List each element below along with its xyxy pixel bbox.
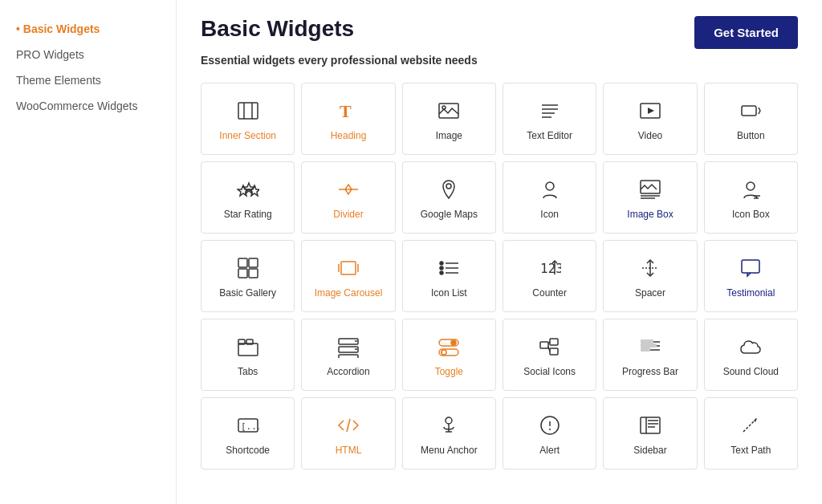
accordion-icon (337, 334, 360, 360)
widget-basic-gallery[interactable]: Basic Gallery (201, 240, 295, 312)
text-path-label: Text Path (730, 445, 771, 457)
svg-point-75 (549, 429, 551, 430)
widget-text-path[interactable]: Text Path (704, 397, 798, 469)
svg-marker-81 (754, 418, 757, 422)
svg-rect-12 (742, 106, 756, 116)
widget-button[interactable]: Button (704, 83, 798, 155)
image-icon (437, 98, 460, 124)
subtitle-rest: widgets every professional website needs (250, 54, 477, 67)
svg-rect-59 (550, 339, 558, 345)
google-maps-label: Google Maps (421, 209, 478, 222)
widget-icon-box[interactable]: Icon Box (704, 161, 798, 234)
sidebar-item-basic-widgets[interactable]: Basic Widgets (16, 16, 176, 42)
spacer-icon (639, 255, 661, 281)
widget-google-maps[interactable]: Google Maps (402, 161, 496, 234)
alert-label: Alert (539, 445, 560, 457)
widget-sidebar[interactable]: Sidebar (603, 397, 697, 469)
widget-tabs[interactable]: Tabs (201, 319, 295, 391)
widget-spacer[interactable]: Spacer (603, 240, 697, 312)
svg-point-53 (451, 340, 456, 345)
accordion-label: Accordion (327, 366, 369, 379)
icon-widget-icon (539, 177, 561, 202)
text-editor-icon (539, 98, 561, 124)
svg-rect-43 (742, 260, 759, 273)
svg-point-37 (440, 271, 443, 274)
divider-icon (337, 177, 360, 202)
svg-rect-67 (641, 343, 657, 348)
widget-shortcode[interactable]: [...] Shortcode (201, 397, 295, 469)
tabs-label: Tabs (238, 366, 258, 379)
widget-video[interactable]: Video (603, 83, 697, 155)
star-rating-label: Star Rating (224, 209, 272, 222)
sidebar-item-pro-widgets[interactable]: PRO Widgets (16, 42, 176, 67)
text-editor-label: Text Editor (527, 130, 572, 143)
sidebar-item-woocommerce-widgets[interactable]: WooCommerce Widgets (16, 93, 176, 119)
shortcode-label: Shortcode (226, 445, 270, 457)
svg-rect-58 (540, 342, 548, 348)
svg-point-35 (440, 266, 443, 270)
html-icon (337, 413, 360, 438)
icon-box-label: Icon Box (732, 209, 770, 222)
widget-image-carousel[interactable]: Image Carousel (301, 240, 395, 312)
svg-rect-27 (249, 258, 258, 267)
svg-rect-68 (641, 348, 650, 352)
icon-label: Icon (540, 209, 559, 222)
svg-line-62 (548, 347, 550, 352)
progress-bar-label: Progress Bar (622, 366, 678, 379)
widget-progress-bar[interactable]: Progress Bar (603, 319, 697, 391)
svg-rect-76 (641, 417, 660, 433)
counter-label: Counter (532, 287, 567, 300)
svg-rect-60 (550, 348, 558, 355)
widget-heading[interactable]: T Heading (301, 83, 395, 155)
widget-icon[interactable]: Icon (503, 161, 596, 234)
heading-label: Heading (331, 130, 367, 143)
heading-icon: T (337, 98, 360, 124)
widget-icon-list[interactable]: Icon List (402, 240, 496, 312)
widget-social-icons[interactable]: Social Icons (503, 319, 596, 391)
widget-divider[interactable]: Divider (301, 161, 395, 234)
widget-accordion[interactable]: Accordion (301, 319, 395, 391)
widget-image[interactable]: Image (402, 83, 496, 155)
testimonial-icon (739, 255, 762, 281)
sound-cloud-icon (739, 334, 762, 360)
widget-grid: Inner Section T Heading Image Text Edito… (201, 83, 798, 469)
tabs-icon (237, 334, 259, 360)
svg-rect-51 (339, 355, 358, 358)
widget-alert[interactable]: Alert (503, 397, 596, 469)
image-box-icon (639, 177, 661, 202)
social-icons-label: Social Icons (523, 366, 576, 379)
widget-menu-anchor[interactable]: Menu Anchor (402, 397, 496, 469)
svg-rect-30 (341, 262, 356, 274)
widget-star-rating[interactable]: Star Rating (201, 161, 295, 234)
page-title: Basic Widgets (201, 16, 354, 42)
widget-html[interactable]: HTML (301, 397, 395, 469)
menu-anchor-label: Menu Anchor (421, 445, 478, 457)
svg-text:[...]: [...] (241, 421, 259, 432)
widget-sound-cloud[interactable]: Sound Cloud (704, 319, 798, 391)
testimonial-label: Testimonial (726, 287, 775, 300)
widget-inner-section[interactable]: Inner Section (201, 83, 295, 155)
html-label: HTML (336, 445, 362, 457)
social-icons-icon (539, 334, 561, 360)
widget-counter[interactable]: 123 Counter (503, 240, 596, 312)
toggle-label: Toggle (435, 366, 463, 379)
icon-list-icon (437, 255, 460, 281)
shortcode-icon: [...] (237, 413, 259, 438)
widget-testimonial[interactable]: Testimonial (704, 240, 798, 312)
main-content: Basic Widgets Get Started Essential widg… (177, 0, 822, 504)
svg-point-55 (442, 350, 446, 355)
video-label: Video (638, 130, 662, 143)
get-started-button[interactable]: Get Started (694, 16, 798, 49)
basic-gallery-icon (237, 255, 259, 281)
svg-text:123: 123 (540, 261, 561, 276)
widget-text-editor[interactable]: Text Editor (503, 83, 596, 155)
text-path-icon (739, 413, 762, 438)
sidebar-widget-icon (639, 413, 661, 438)
widget-toggle[interactable]: Toggle (402, 319, 496, 391)
widget-image-box[interactable]: Image Box (603, 161, 697, 234)
svg-rect-0 (238, 103, 258, 119)
sidebar-item-theme-elements[interactable]: Theme Elements (16, 67, 176, 93)
sound-cloud-label: Sound Cloud (723, 366, 779, 379)
basic-gallery-label: Basic Gallery (219, 287, 276, 300)
svg-rect-44 (238, 343, 258, 356)
